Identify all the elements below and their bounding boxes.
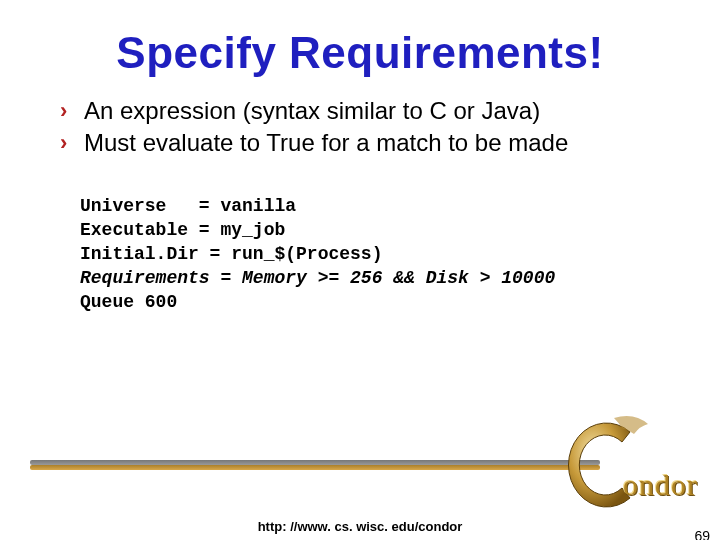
code-line: Universe = vanilla (80, 196, 296, 216)
chevron-icon: › (60, 128, 84, 158)
bullet-text: Must evaluate to True for a match to be … (84, 128, 568, 158)
footer-url: http: //www. cs. wisc. edu/condor (0, 519, 720, 534)
page-number: 69 (694, 528, 710, 540)
code-line: Initial.Dir = run_$(Process) (80, 244, 382, 264)
code-line-emphasis: Requirements = Memory >= 256 && Disk > 1… (80, 268, 555, 288)
logo-c-icon (552, 410, 662, 520)
code-line: Executable = my_job (80, 220, 285, 240)
chevron-icon: › (60, 96, 84, 126)
bullet-text: An expression (syntax similar to C or Ja… (84, 96, 540, 126)
divider (30, 460, 600, 470)
list-item: › An expression (syntax similar to C or … (60, 96, 680, 126)
code-block: Universe = vanilla Executable = my_job I… (80, 194, 720, 314)
bullet-list: › An expression (syntax similar to C or … (60, 96, 680, 158)
list-item: › Must evaluate to True for a match to b… (60, 128, 680, 158)
code-line: Queue 600 (80, 292, 177, 312)
slide: Specify Requirements! › An expression (s… (0, 28, 720, 540)
logo-text: ondor (623, 468, 698, 502)
condor-logo: ondor (552, 410, 702, 520)
slide-title: Specify Requirements! (0, 28, 720, 78)
